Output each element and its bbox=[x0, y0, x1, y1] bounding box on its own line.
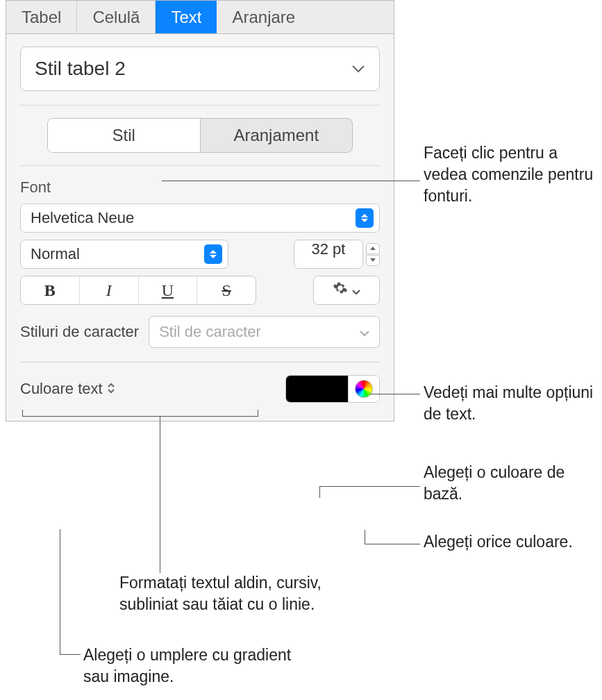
font-weight-popup[interactable]: Normal bbox=[20, 240, 228, 269]
callout-bius: Formatați textul aldin, cursiv, sublinia… bbox=[119, 572, 328, 615]
leader-line bbox=[365, 544, 420, 544]
color-wheel-icon bbox=[355, 380, 373, 398]
callout-gradient-fill: Alegeți o umplere cu gradient sau imagin… bbox=[83, 644, 306, 688]
font-family-popup[interactable]: Helvetica Neue bbox=[20, 203, 380, 233]
leader-line bbox=[60, 654, 81, 655]
format-inspector-panel: Tabel Celulă Text Aranjare Stil tabel 2 … bbox=[6, 0, 394, 422]
font-size-step-up[interactable] bbox=[366, 243, 380, 254]
text-format-group: B I U S bbox=[20, 276, 256, 305]
bracket bbox=[22, 410, 258, 417]
callout-base-color: Alegeți o culoare de bază. bbox=[424, 462, 602, 505]
leader-line bbox=[319, 486, 420, 487]
paragraph-style-label: Stil tabel 2 bbox=[35, 58, 126, 80]
text-color-wheel-button[interactable] bbox=[349, 376, 379, 402]
popup-arrows-icon bbox=[107, 380, 115, 398]
leader-line bbox=[370, 394, 420, 394]
font-family-value: Helvetica Neue bbox=[31, 209, 134, 227]
gear-icon bbox=[333, 281, 348, 300]
inspector-tabbar: Tabel Celulă Text Aranjare bbox=[6, 1, 394, 34]
callout-more-text: Vedeți mai multe opțiuni de text. bbox=[424, 382, 602, 425]
strikethrough-button[interactable]: S bbox=[197, 276, 256, 304]
character-styles-label: Stiluri de caracter bbox=[20, 323, 139, 341]
leader-line bbox=[160, 417, 160, 573]
character-style-value: Stil de caracter bbox=[159, 323, 261, 341]
chevron-down-icon bbox=[360, 323, 369, 341]
font-size-input[interactable]: 32 pt bbox=[294, 240, 363, 269]
callout-fonts: Faceți clic pentru a vedea comenzile pen… bbox=[424, 142, 602, 207]
text-color-label-popup[interactable]: Culoare text bbox=[20, 380, 115, 398]
font-size-field: 32 pt bbox=[294, 240, 380, 269]
leader-line bbox=[162, 181, 420, 181]
seg-stil[interactable]: Stil bbox=[48, 119, 201, 152]
tab-aranjare[interactable]: Aranjare bbox=[217, 1, 310, 33]
italic-button[interactable]: I bbox=[80, 276, 139, 304]
text-color-label: Culoare text bbox=[20, 380, 103, 398]
chevron-down-icon bbox=[352, 281, 360, 299]
popup-arrows-icon bbox=[204, 244, 222, 264]
popup-arrows-icon bbox=[356, 208, 374, 228]
style-layout-segmented: Stil Aranjament bbox=[47, 118, 353, 153]
tab-text[interactable]: Text bbox=[156, 1, 217, 33]
bold-button[interactable]: B bbox=[21, 276, 80, 304]
text-color-controls bbox=[285, 375, 380, 403]
tab-tabel[interactable]: Tabel bbox=[6, 1, 77, 33]
leader-line bbox=[319, 486, 320, 498]
chevron-down-icon bbox=[351, 65, 365, 73]
leader-line bbox=[365, 530, 365, 544]
font-size-step-down[interactable] bbox=[366, 255, 380, 266]
font-size-stepper bbox=[366, 243, 380, 266]
character-style-popup[interactable]: Stil de caracter bbox=[149, 316, 380, 348]
leader-line bbox=[60, 529, 60, 654]
font-weight-value: Normal bbox=[31, 245, 80, 263]
divider bbox=[19, 362, 381, 362]
seg-aranjament[interactable]: Aranjament bbox=[201, 119, 353, 152]
tab-celula[interactable]: Celulă bbox=[77, 1, 156, 33]
advanced-text-options-button[interactable] bbox=[313, 276, 380, 305]
callout-any-color: Alegeți orice culoare. bbox=[424, 531, 573, 553]
paragraph-style-select[interactable]: Stil tabel 2 bbox=[20, 47, 380, 91]
underline-button[interactable]: U bbox=[139, 276, 198, 304]
divider bbox=[19, 105, 381, 106]
text-color-well[interactable] bbox=[286, 376, 349, 402]
divider bbox=[19, 165, 381, 166]
